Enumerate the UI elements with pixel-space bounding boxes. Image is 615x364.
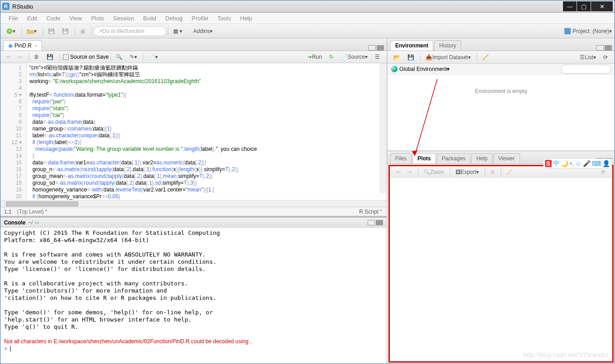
env-tabs: Environment History <box>388 38 615 51</box>
tab-plots[interactable]: Plots <box>412 153 435 163</box>
scope-label[interactable]: (Top Level) <box>17 209 44 215</box>
plot-next-button[interactable]: ⇨ <box>404 167 415 177</box>
console-path: ~/ <box>28 219 33 226</box>
app-icon: R <box>2 3 9 10</box>
env-empty-label: Environment is empty <box>475 88 527 94</box>
horizontal-scrollbar[interactable] <box>0 200 387 207</box>
code-editor[interactable]: 12345 ▾6789101112 ▾131415161718192021 ▾2… <box>0 63 387 200</box>
pane-max-icon[interactable] <box>377 45 384 51</box>
tab-history[interactable]: History <box>434 40 461 51</box>
console-title: Console <box>4 219 25 226</box>
plot-prev-button[interactable]: ⇦ <box>393 167 403 177</box>
wand-button[interactable]: ✎▾ <box>127 52 140 62</box>
annotation-arrow <box>410 79 446 160</box>
project-menu[interactable]: Project: (None) ▾ <box>564 28 612 34</box>
minimize-button[interactable]: — <box>563 1 577 11</box>
source-tab-active[interactable]: ◉PinD.R× <box>3 40 42 51</box>
menu-file[interactable]: File <box>4 13 23 23</box>
save-source-button[interactable]: 💾 <box>43 52 57 62</box>
maximize-button[interactable]: ▢ <box>577 1 591 11</box>
source-status-bar: 1:1 (Top Level) ⌃ R Script ⌃ <box>0 207 387 216</box>
print-button[interactable]: 🖨 <box>77 26 89 36</box>
load-workspace-button[interactable]: 📂 <box>390 52 403 62</box>
ime-toolbar[interactable]: S 中 🌙 •, ☺ 🎤 ⌨ 👤 <box>543 159 612 168</box>
save-workspace-button[interactable]: 💾 <box>404 52 417 62</box>
remove-plot-button[interactable]: ⊘ <box>487 167 498 177</box>
menu-profile[interactable]: Profile <box>187 13 213 23</box>
console-max-icon[interactable] <box>376 220 383 225</box>
back-button[interactable]: ⇦ <box>3 52 14 62</box>
run-button[interactable]: ➔ Run <box>304 52 325 62</box>
menu-view[interactable]: View <box>65 13 86 23</box>
outline-button[interactable]: ☰ <box>372 52 383 62</box>
env-scope-selector[interactable]: Global Environment <box>399 66 447 72</box>
env-search-input[interactable] <box>561 65 611 74</box>
menu-code[interactable]: Code <box>42 13 65 23</box>
globe-icon <box>391 66 397 72</box>
rerun-button[interactable]: ↻ <box>326 52 337 62</box>
new-file-button[interactable]: +▾ <box>3 26 19 36</box>
report-button[interactable]: 📄▾ <box>145 52 161 62</box>
svg-text:+: + <box>8 28 11 34</box>
env-max-icon[interactable] <box>605 45 612 51</box>
show-in-window-button[interactable]: 🗎 <box>31 52 43 62</box>
env-body: Environment is empty <box>388 75 615 150</box>
source-on-save-checkbox[interactable] <box>63 54 69 60</box>
cursor-position: 1:1 <box>4 209 12 215</box>
menu-edit[interactable]: Edit <box>23 13 42 23</box>
ime-s-icon[interactable]: S <box>545 160 552 167</box>
clear-workspace-button[interactable]: 🧹 <box>479 52 492 62</box>
tab-help[interactable]: Help <box>471 153 492 163</box>
vertical-scrollbar[interactable] <box>380 63 387 193</box>
goto-file-input[interactable]: ↗ Go to file/function <box>94 26 166 36</box>
menu-session[interactable]: Session <box>109 13 138 23</box>
source-on-save-label: Source on Save <box>70 54 109 60</box>
console-header: Console ~/ ⇨ <box>0 217 387 228</box>
forward-button[interactable]: ⇨ <box>15 52 26 62</box>
menu-help[interactable]: Help <box>236 13 257 23</box>
env-toolbar: 📂 💾 📥 Import Dataset ▾ 🧹 ☰ List ▾ ⟳ <box>388 51 615 64</box>
source-button[interactable]: 📄 Source ▾ <box>338 52 371 62</box>
menu-bar: File Edit Code View Plots Session Build … <box>0 13 615 24</box>
list-view-button[interactable]: ☰ List ▾ <box>577 52 599 62</box>
clear-all-button[interactable]: 🧹 <box>503 167 516 177</box>
menu-plots[interactable]: Plots <box>86 13 109 23</box>
menu-debug[interactable]: Debug <box>161 13 187 23</box>
console-path-icon[interactable]: ⇨ <box>35 219 39 226</box>
zoom-button[interactable]: 🔍 Zoom <box>420 167 447 177</box>
pane-min-icon[interactable] <box>369 45 376 51</box>
save-button[interactable]: 💾 <box>45 26 58 36</box>
source-tabs: ◉PinD.R× <box>0 38 387 51</box>
env-scope-bar: Global Environment ▾ <box>388 64 615 75</box>
source-toolbar: ⇦ ⇨ 🗎 💾 Source on Save 🔍 ✎▾ 📄▾ ➔ Run ↻ 📄… <box>0 51 387 63</box>
find-button[interactable]: 🔍 <box>113 52 126 62</box>
svg-line-2 <box>415 79 437 156</box>
refresh-plot-button[interactable]: ⟳ <box>598 167 609 177</box>
watermark: http://blog.csdn.net/STbrandui <box>523 351 608 359</box>
main-toolbar: +▾ ▾ 💾 💾 🖨 ↗ Go to file/function ▦ ▾ Add… <box>0 24 615 38</box>
grid-button[interactable]: ▦ ▾ <box>170 26 185 36</box>
window-title: RStudio <box>12 3 33 10</box>
tab-viewer[interactable]: Viewer <box>493 153 520 163</box>
refresh-env-button[interactable]: ⟳ <box>600 52 611 62</box>
env-min-icon[interactable] <box>596 45 604 51</box>
close-button[interactable]: ✕ <box>591 1 613 11</box>
tab-packages[interactable]: Packages <box>437 153 471 163</box>
console-min-icon[interactable] <box>368 220 375 225</box>
save-all-button[interactable]: 💾 <box>59 26 72 36</box>
tab-environment[interactable]: Environment <box>390 40 433 51</box>
menu-build[interactable]: Build <box>139 13 161 23</box>
tab-files[interactable]: Files <box>390 153 412 163</box>
console-output[interactable]: Copyright (C) 2015 The R Foundation for … <box>0 228 387 364</box>
open-file-button[interactable]: ▾ <box>24 26 40 36</box>
menu-tools[interactable]: Tools <box>213 13 236 23</box>
addins-button[interactable]: Addins ▾ <box>190 26 216 36</box>
export-button[interactable]: 🖼 Export ▾ <box>452 167 483 177</box>
title-bar: R RStudio — ▢ ✕ <box>0 0 615 13</box>
import-dataset-button[interactable]: 📥 Import Dataset ▾ <box>422 52 474 62</box>
close-tab-icon[interactable]: × <box>34 43 37 48</box>
file-type-label[interactable]: R Script <box>359 209 378 215</box>
plots-body: ⇦ ⇨ 🔍 Zoom 🖼 Export ▾ ⊘ 🧹 ⟳ http://blog.… <box>388 165 614 363</box>
